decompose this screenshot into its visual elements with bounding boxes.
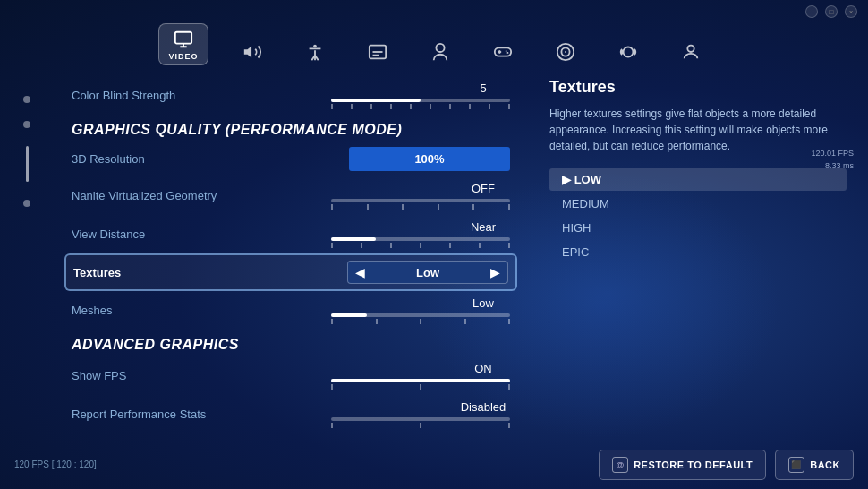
meshes-value: Low	[456, 296, 510, 310]
fps-ms: 8.33 ms	[825, 161, 854, 170]
window-controls: – □ ×	[805, 5, 857, 18]
textures-prev-arrow[interactable]: ◀	[355, 265, 365, 279]
resolution-row: 3D Resolution 100%	[72, 142, 510, 176]
nanite-slider[interactable]	[331, 199, 510, 202]
svg-point-12	[565, 51, 566, 53]
show-fps-label: Show FPS	[72, 369, 126, 382]
svg-rect-0	[175, 32, 191, 44]
nav-subtitles[interactable]	[359, 37, 396, 65]
fps-info: 120 FPS [ 120 : 120]	[14, 459, 97, 471]
show-fps-ticks	[331, 384, 510, 390]
meshes-label: Meshes	[72, 304, 113, 317]
tick-4	[390, 104, 392, 109]
show-fps-row: Show FPS ON	[72, 356, 510, 395]
info-panel: Textures 120.01 FPS 8.33 ms Higher textu…	[528, 69, 868, 477]
account-icon	[430, 42, 450, 62]
audio-icon	[243, 42, 262, 62]
nav-video[interactable]: VIDEO	[158, 23, 208, 65]
textures-label: Textures	[73, 266, 121, 279]
profile-icon	[681, 42, 701, 62]
back-icon: ⬛	[788, 457, 804, 473]
color-blind-control: 5	[331, 82, 510, 109]
color-blind-row: Color Blind Strength 5	[72, 76, 510, 115]
show-fps-value: ON	[456, 362, 510, 375]
controller-icon	[493, 42, 513, 62]
tick-5	[410, 104, 412, 109]
view-distance-control: Near	[331, 220, 510, 248]
textures-selector[interactable]: ◀ Low ▶	[347, 261, 508, 284]
tick-2	[351, 104, 353, 109]
view-distance-ticks	[331, 243, 510, 248]
close-btn[interactable]: ×	[845, 5, 857, 18]
report-stats-label: Report Performance Stats	[72, 408, 206, 421]
svg-point-13	[687, 46, 694, 52]
quality-option-low[interactable]: LOW	[549, 168, 847, 191]
view-distance-label: View Distance	[72, 227, 145, 241]
nav-accessibility[interactable]	[296, 37, 334, 65]
tick-6	[430, 104, 431, 109]
maximize-btn[interactable]: □	[825, 5, 838, 18]
back-label: BACK	[810, 459, 840, 470]
show-fps-fill	[331, 379, 510, 382]
textures-row[interactable]: Textures ◀ Low ▶	[64, 253, 517, 291]
tick-3	[370, 104, 372, 109]
minimize-btn[interactable]: –	[805, 5, 818, 18]
restore-label: RESTORE TO DEFAULT	[634, 459, 753, 470]
nav-video-label: VIDEO	[168, 52, 198, 61]
fps-badge: 120.01 FPS 8.33 ms	[811, 148, 854, 172]
textures-value: Low	[416, 266, 439, 279]
bottom-buttons: @ RESTORE TO DEFAULT ⬛ BACK	[599, 450, 854, 480]
meshes-ticks	[331, 319, 510, 324]
color-blind-slider[interactable]	[331, 99, 510, 102]
tick-7	[449, 104, 451, 109]
advanced-graphics-title: ADVANCED GRAPHICS	[72, 330, 510, 356]
nav-account[interactable]	[421, 37, 459, 65]
nav-audio[interactable]	[234, 37, 271, 65]
meshes-fill	[331, 313, 367, 317]
show-fps-control: ON	[331, 362, 510, 390]
sidebar-dot-1	[23, 96, 30, 103]
subtitles-icon	[368, 42, 387, 62]
sidebar-dot-3	[23, 200, 30, 207]
bottom-bar: 120 FPS [ 120 : 120] @ RESTORE TO DEFAUL…	[0, 441, 868, 489]
report-stats-value: Disabled	[456, 400, 510, 414]
svg-point-9	[506, 52, 508, 54]
color-blind-value: 5	[456, 82, 510, 95]
restore-default-button[interactable]: @ RESTORE TO DEFAULT	[599, 450, 766, 480]
svg-rect-5	[494, 47, 510, 56]
accessibility-icon	[305, 42, 325, 62]
nav-network[interactable]	[547, 37, 584, 65]
sidebar	[0, 69, 54, 477]
color-blind-fill	[331, 99, 421, 102]
main-content: Color Blind Strength 5	[0, 69, 868, 477]
report-stats-row: Report Performance Stats Disabled	[72, 395, 510, 433]
resolution-value[interactable]: 100%	[349, 147, 510, 171]
textures-next-arrow[interactable]: ▶	[490, 265, 500, 279]
view-distance-slider[interactable]	[331, 237, 510, 241]
tick-10	[508, 104, 510, 109]
report-stats-slider[interactable]	[331, 417, 510, 421]
nav-profile[interactable]	[672, 37, 710, 65]
info-title: Textures	[549, 78, 847, 97]
quality-option-medium[interactable]: MEDIUM	[549, 193, 847, 215]
back-button[interactable]: ⬛ BACK	[775, 450, 854, 480]
quality-option-high[interactable]: HIGH	[549, 217, 847, 239]
view-distance-fill	[331, 237, 376, 241]
nav-controller[interactable]	[484, 37, 522, 65]
sidebar-dot-2	[23, 121, 30, 128]
svg-point-1	[313, 45, 317, 48]
nav-row: VIDEO	[0, 20, 868, 69]
restore-icon: @	[612, 457, 628, 473]
svg-point-8	[505, 50, 506, 52]
report-stats-ticks	[331, 423, 510, 428]
fps-display: 120.01 FPS	[811, 149, 854, 158]
tick-1	[331, 104, 333, 109]
show-fps-slider[interactable]	[331, 379, 510, 382]
meshes-row: Meshes Low	[72, 291, 510, 330]
quality-list: LOW MEDIUM HIGH EPIC	[549, 168, 847, 263]
meshes-slider[interactable]	[331, 313, 510, 317]
view-distance-row: View Distance Near	[72, 215, 510, 253]
nav-gamepad[interactable]	[609, 37, 647, 65]
quality-option-epic[interactable]: EPIC	[549, 241, 847, 263]
monitor-icon	[174, 30, 193, 49]
